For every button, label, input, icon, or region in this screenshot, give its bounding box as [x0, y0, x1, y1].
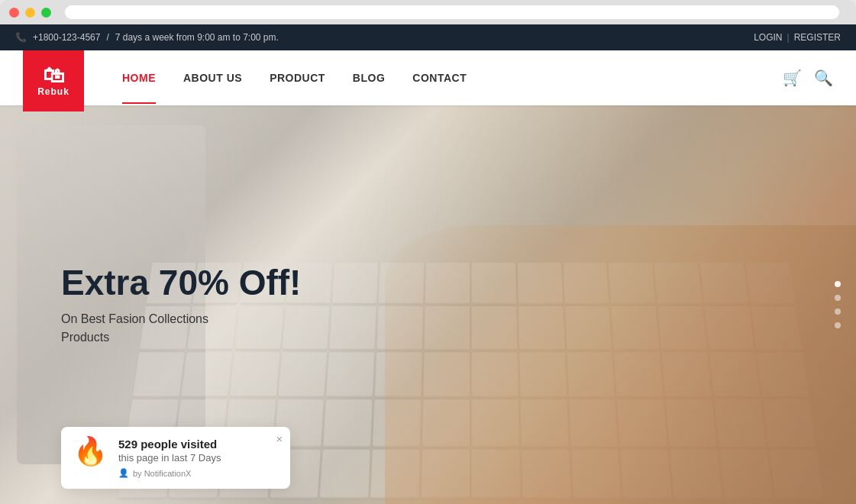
- notification-footer: 👤 by NotificationX: [118, 468, 278, 478]
- browser-minimize-btn[interactable]: [25, 8, 35, 18]
- notification-widget: × 🔥 529 people visited this page in last…: [61, 427, 290, 489]
- notification-content: 529 people visited this page in last 7 D…: [118, 438, 278, 478]
- site-wrapper: 📞 +1800-123-4567 / 7 days a week from 9:…: [0, 24, 856, 504]
- nav-item-home[interactable]: HOME: [122, 72, 156, 84]
- browser-chrome: [0, 0, 856, 24]
- notification-description: this page in last 7 Days: [118, 452, 278, 464]
- separator: /: [106, 32, 108, 43]
- nav-item-blog[interactable]: BLOG: [353, 72, 385, 84]
- slider-dot-2[interactable]: [835, 295, 841, 301]
- nav-item-about[interactable]: ABOUT US: [183, 72, 242, 84]
- phone-icon: 📞: [15, 32, 27, 43]
- keyboard-key: [181, 352, 232, 397]
- slider-dot-4[interactable]: [835, 322, 841, 328]
- business-hours: 7 days a week from 9:00 am to 7:00 pm.: [115, 32, 279, 43]
- cart-icon[interactable]: 🛒: [783, 69, 802, 87]
- logo-text: Rebuk: [37, 86, 69, 97]
- keyboard-key: [327, 352, 375, 397]
- keyboard-key: [324, 399, 373, 447]
- logo-bag-icon: 🛍: [43, 65, 64, 86]
- keyboard-key: [320, 449, 370, 499]
- login-link[interactable]: LOGIN: [754, 32, 782, 43]
- logo[interactable]: 🛍 Rebuk: [23, 50, 84, 111]
- hero-section: Extra 70% Off! On Best Fasion Collection…: [0, 105, 856, 504]
- register-link[interactable]: REGISTER: [794, 32, 841, 43]
- notification-footer-text: by NotificationX: [133, 469, 191, 478]
- hero-content: Extra 70% Off! On Best Fasion Collection…: [61, 263, 301, 347]
- header-icons: 🛒 🔍: [783, 69, 833, 87]
- phone-number: +1800-123-4567: [33, 32, 100, 43]
- nav-item-product[interactable]: PRODUCT: [270, 72, 325, 84]
- slider-dots: [835, 281, 841, 328]
- browser-maximize-btn[interactable]: [41, 8, 51, 18]
- nav-item-contact[interactable]: CONTACT: [412, 72, 467, 84]
- top-bar-left: 📞 +1800-123-4567 / 7 days a week from 9:…: [15, 32, 279, 43]
- notification-close-button[interactable]: ×: [276, 433, 283, 445]
- address-bar[interactable]: [65, 5, 839, 19]
- notification-count: 529 people visited: [118, 438, 278, 451]
- main-nav: HOME ABOUT US PRODUCT BLOG CONTACT: [122, 72, 467, 84]
- header: 🛍 Rebuk HOME ABOUT US PRODUCT BLOG CONTA…: [0, 50, 856, 105]
- top-bar: 📞 +1800-123-4567 / 7 days a week from 9:…: [0, 24, 856, 50]
- hero-title: Extra 70% Off!: [61, 263, 301, 302]
- notification-fire-icon: 🔥: [73, 438, 108, 465]
- keyboard-key: [230, 352, 279, 397]
- top-bar-right: LOGIN | REGISTER: [754, 32, 841, 43]
- hero-subtitle-line2: Products: [61, 328, 301, 346]
- hero-subtitle-line1: On Best Fasion Collections: [61, 309, 301, 328]
- hand-image: [385, 225, 856, 504]
- keyboard-key: [133, 352, 185, 397]
- slider-dot-3[interactable]: [835, 309, 841, 315]
- browser-close-btn[interactable]: [9, 8, 19, 18]
- notification-footer-icon: 👤: [118, 468, 129, 478]
- keyboard-key: [278, 352, 327, 397]
- slider-dot-1[interactable]: [835, 281, 841, 287]
- top-bar-divider: |: [787, 32, 790, 43]
- keyboard-key: [332, 263, 378, 305]
- search-icon[interactable]: 🔍: [814, 69, 833, 87]
- keyboard-key: [330, 306, 377, 350]
